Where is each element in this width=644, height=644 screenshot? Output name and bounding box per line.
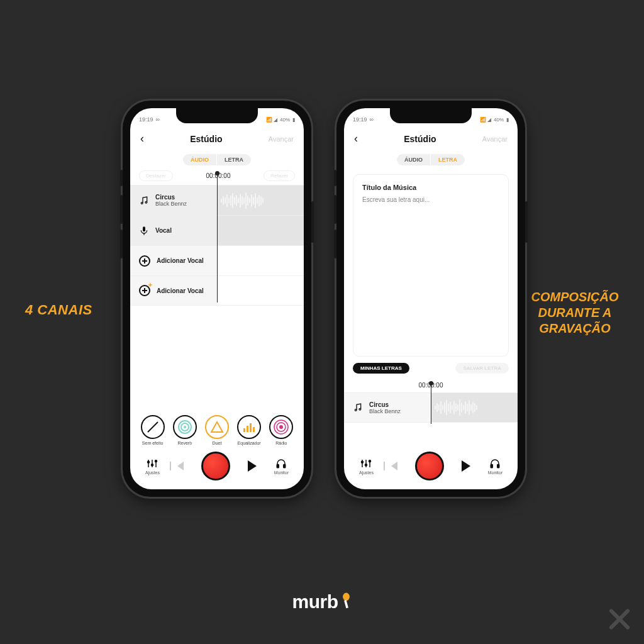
svg-rect-2 xyxy=(143,226,145,231)
prev-button[interactable] xyxy=(177,462,184,470)
record-button[interactable] xyxy=(415,452,444,480)
tab-audio[interactable]: ÁUDIO xyxy=(397,154,430,165)
track-title: Adicionar Vocal xyxy=(157,257,204,264)
svg-point-29 xyxy=(362,461,364,463)
lyric-placeholder: Escreva sua letra aqui... xyxy=(362,196,499,203)
effect-radio[interactable]: Rádio xyxy=(269,415,293,445)
effect-reverb[interactable]: Reverb xyxy=(173,415,197,445)
svg-point-13 xyxy=(279,425,283,429)
phone-row: 19:19∞ 📶 ◢40%▮ ‹ Estúdio Avançar ÁUDIO L… xyxy=(123,101,525,497)
mic-logo-icon xyxy=(341,592,352,611)
effect-label: Rádio xyxy=(275,441,287,445)
skip-back-icon xyxy=(177,462,184,470)
effect-duet[interactable]: Duet xyxy=(205,415,229,445)
lyric-chips: MINHAS LETRAS SALVAR LETRA xyxy=(344,363,518,377)
track-waveform[interactable] xyxy=(217,216,304,245)
tabs: ÁUDIO LETRA xyxy=(344,154,518,165)
promo-right-label: COMPOSIÇÃO DURANTE A GRAVAÇÃO xyxy=(525,289,625,336)
track-waveform[interactable] xyxy=(431,393,518,422)
monitor-button[interactable]: Monitor xyxy=(488,458,502,475)
side-button xyxy=(120,195,123,224)
nav-title: Estúdio xyxy=(190,134,222,144)
record-button[interactable] xyxy=(201,452,230,480)
track-list: CircusBlack Bennz Vocal xyxy=(130,185,304,306)
corner-x-icon xyxy=(606,606,633,633)
transport-label: Monitor xyxy=(488,470,502,475)
music-icon xyxy=(139,196,149,206)
side-button xyxy=(525,201,528,243)
adjust-button[interactable]: Ajustes xyxy=(145,458,160,475)
tab-letra[interactable]: LETRA xyxy=(431,154,465,165)
tab-letra[interactable]: LETRA xyxy=(217,154,251,165)
my-lyrics-chip[interactable]: MINHAS LETRAS xyxy=(353,363,409,374)
redo-button[interactable]: Refazer xyxy=(264,170,295,181)
playhead[interactable] xyxy=(217,174,218,303)
play-button[interactable] xyxy=(462,460,470,472)
side-button xyxy=(120,170,123,186)
transport-bar: Ajustes Monitor xyxy=(344,445,518,489)
svg-rect-12 xyxy=(253,427,255,432)
svg-line-4 xyxy=(148,422,158,432)
prev-button[interactable] xyxy=(391,462,397,470)
effect-eq[interactable]: Equalizador xyxy=(237,415,261,445)
effects-row: Sem efeito Reverb Duet Equalizador xyxy=(130,415,304,445)
track-title: Vocal xyxy=(155,227,172,234)
svg-rect-35 xyxy=(344,600,348,608)
slash-icon xyxy=(145,419,160,435)
adjust-button[interactable]: Ajustes xyxy=(359,458,374,475)
svg-point-24 xyxy=(355,409,357,411)
svg-point-7 xyxy=(184,426,186,428)
play-icon xyxy=(462,460,470,472)
track-waveform[interactable] xyxy=(217,246,304,275)
mic-icon xyxy=(139,226,149,236)
lyric-card[interactable]: Título da Música Escreva sua letra aqui.… xyxy=(353,174,509,357)
nav-title: Estúdio xyxy=(404,134,436,144)
logo: murb xyxy=(292,591,352,613)
svg-point-19 xyxy=(148,461,150,463)
playhead[interactable] xyxy=(431,384,431,424)
reverb-icon xyxy=(177,419,193,435)
svg-point-20 xyxy=(152,464,153,465)
svg-rect-33 xyxy=(497,464,499,467)
back-button[interactable]: ‹ xyxy=(354,132,358,145)
plus-gold-icon xyxy=(139,285,150,296)
play-button[interactable] xyxy=(248,460,257,472)
transport-label: Monitor xyxy=(274,470,289,475)
nav-next[interactable]: Avançar xyxy=(269,135,294,143)
effect-label: Equalizador xyxy=(238,441,261,445)
svg-point-30 xyxy=(365,464,367,465)
headphones-icon xyxy=(275,458,287,469)
phone-right: 19:19∞ 📶 ◢40%▮ ‹ Estúdio Avançar ÁUDIO L… xyxy=(336,101,525,497)
status-time: 19:19 xyxy=(353,116,367,123)
plus-icon xyxy=(139,255,150,267)
status-battery: 40% xyxy=(280,117,290,123)
logo-text: murb xyxy=(292,591,338,613)
side-button xyxy=(120,230,123,258)
svg-point-34 xyxy=(343,593,350,601)
svg-point-31 xyxy=(369,460,371,462)
notch xyxy=(176,108,258,123)
nav-next[interactable]: Avançar xyxy=(482,135,508,143)
nav-bar: ‹ Estúdio Avançar xyxy=(130,127,304,150)
back-button[interactable]: ‹ xyxy=(140,132,144,145)
tab-audio[interactable]: ÁUDIO xyxy=(183,154,216,165)
monitor-button[interactable]: Monitor xyxy=(274,458,289,475)
effect-none[interactable]: Sem efeito xyxy=(141,415,165,445)
track-waveform[interactable] xyxy=(217,186,304,215)
track-waveform[interactable] xyxy=(217,276,304,305)
tabs: ÁUDIO LETRA xyxy=(130,154,304,165)
status-battery: 40% xyxy=(494,117,504,123)
status-time: 19:19 xyxy=(139,116,153,123)
track-sub: Black Bennz xyxy=(155,201,187,207)
phone-left: 19:19∞ 📶 ◢40%▮ ‹ Estúdio Avançar ÁUDIO L… xyxy=(123,101,311,497)
radio-icon xyxy=(273,419,289,435)
svg-rect-10 xyxy=(247,426,248,432)
save-lyric-chip[interactable]: SALVAR LETRA xyxy=(455,363,509,374)
svg-marker-8 xyxy=(211,422,223,432)
svg-rect-23 xyxy=(284,464,286,467)
promo-left-label: 4 CANAIS xyxy=(25,302,92,318)
undo-button[interactable]: Desfazer xyxy=(139,170,173,181)
music-icon xyxy=(353,402,363,413)
side-button xyxy=(334,170,336,186)
side-button xyxy=(334,230,336,258)
